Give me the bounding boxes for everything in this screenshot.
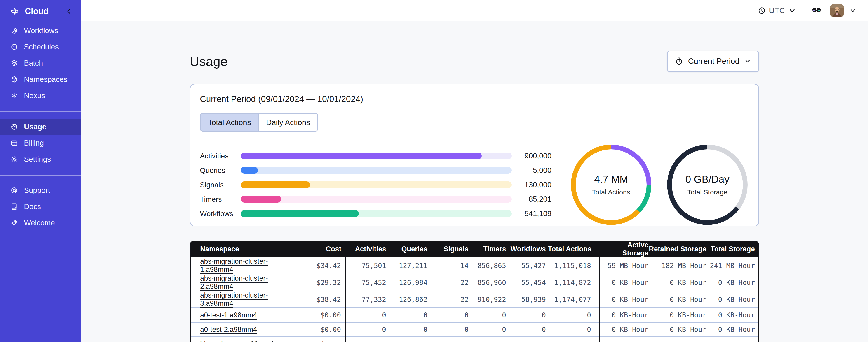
settings-gear-icon — [10, 156, 18, 163]
page-header: Usage Current Period — [190, 50, 759, 72]
namespace-link[interactable]: abs-migration-cluster-3.a98mm4 — [200, 291, 268, 307]
table-cell: 1 — [506, 337, 546, 342]
table-cell: 77,332 — [345, 291, 386, 308]
table-cell: 0 — [345, 308, 386, 322]
tab-daily-actions[interactable]: Daily Actions — [258, 114, 317, 131]
batch-layers-icon — [10, 59, 18, 67]
table-cell: 75,452 — [345, 274, 386, 291]
table-cell: $34.42 — [290, 258, 345, 274]
timezone-selector[interactable]: UTC — [758, 6, 796, 15]
period-selector-button[interactable]: Current Period — [667, 50, 759, 72]
sidebar-item-billing[interactable]: Billing — [0, 135, 81, 151]
bar-row-queries: Queries 5,000 — [200, 163, 552, 177]
column-header: Timers — [469, 241, 506, 258]
table-cell: 0 KB-Hour — [648, 308, 707, 322]
bar-value: 5,000 — [512, 166, 552, 175]
sidebar-nav-account: Usage Billing Settings — [0, 112, 81, 167]
namespace-link[interactable]: a0-test-2.a98mm4 — [200, 326, 257, 334]
timezone-chevron-down-icon — [788, 6, 796, 15]
table-cell: 58,939 — [506, 291, 546, 308]
namespaces-cube-icon — [10, 76, 18, 83]
namespace-link[interactable]: abs-migration-cluster-2.a98mm4 — [200, 274, 268, 290]
sidebar-item-workflows[interactable]: Workflows — [0, 23, 81, 39]
table-cell: 0 — [428, 337, 469, 342]
reader-glasses-icon[interactable] — [811, 5, 822, 16]
bar-value: 130,000 — [512, 180, 552, 189]
sidebar-item-label: Usage — [24, 123, 46, 131]
table-cell: $38.42 — [290, 291, 345, 308]
namespace-cell: a0-test-1.a98mm4 — [191, 308, 290, 322]
bar-label: Timers — [200, 195, 241, 204]
sidebar-item-label: Docs — [24, 202, 41, 211]
bar-label: Workflows — [200, 210, 241, 218]
donut-charts: 4.7 MM Total Actions 0 GB/Day Total Stor… — [571, 145, 748, 225]
table-cell: 910,922 — [469, 291, 506, 308]
current-period-card: Current Period (09/01/2024 — 10/01/2024)… — [190, 84, 759, 227]
sidebar-item-welcome[interactable]: Welcome — [0, 215, 81, 231]
sidebar-item-usage[interactable]: Usage — [0, 119, 81, 135]
donut-label: Total Actions — [592, 189, 630, 196]
table-cell: 0 — [506, 322, 546, 337]
bar-label: Activities — [200, 152, 241, 160]
support-lifebuoy-icon — [10, 186, 18, 194]
table-cell: 0 — [546, 322, 600, 337]
sidebar-item-namespaces[interactable]: Namespaces — [0, 71, 81, 88]
table-cell: 856,960 — [469, 274, 506, 291]
table-cell: 0 KB-Hour — [707, 337, 759, 342]
table-cell: 0 — [428, 308, 469, 322]
total-actions-donut: 4.7 MM Total Actions — [571, 145, 651, 225]
column-header: Total Actions — [546, 241, 600, 258]
sidebar-item-settings[interactable]: Settings — [0, 151, 81, 167]
clock-icon — [758, 6, 766, 15]
bar-value: 541,109 — [512, 209, 552, 218]
table-row: abs-migration-cluster-1.a98mm4$34.4275,5… — [191, 258, 759, 274]
bar-track — [241, 181, 512, 188]
bar-track — [241, 196, 512, 203]
table-cell: 0 KB-Hour — [600, 274, 648, 291]
tab-total-actions[interactable]: Total Actions — [200, 114, 258, 131]
table-cell: $29.32 — [290, 274, 345, 291]
sidebar-item-label: Settings — [24, 155, 51, 164]
sidebar-item-label: Batch — [24, 59, 43, 67]
page-title: Usage — [190, 54, 228, 69]
table-cell: 1,174,077 — [546, 291, 600, 308]
bar-fill — [241, 152, 482, 159]
table-cell: 0 KB-Hour — [648, 291, 707, 308]
table-row: bk-worker-test.a98mm4$0.000000110 KB-Hou… — [191, 337, 759, 342]
sidebar-item-label: Billing — [24, 139, 44, 147]
table-cell: 126,862 — [386, 291, 428, 308]
bar-label: Queries — [200, 166, 241, 175]
sidebar-item-support[interactable]: Support — [0, 182, 81, 199]
bar-fill — [241, 210, 359, 217]
sidebar-collapse-chevron-left-icon[interactable] — [65, 8, 72, 15]
sidebar-item-label: Workflows — [24, 26, 58, 35]
user-avatar[interactable] — [831, 4, 844, 17]
sidebar-item-nexus[interactable]: Nexus — [0, 88, 81, 104]
account-menu-chevron-down-icon[interactable] — [849, 7, 856, 14]
table-cell: $0.00 — [290, 337, 345, 342]
table-cell: $0.00 — [290, 308, 345, 322]
sidebar-item-schedules[interactable]: Schedules — [0, 39, 81, 55]
namespace-usage-table: NamespaceCostActivitiesQueriesSignalsTim… — [190, 241, 759, 342]
column-header: Namespace — [191, 241, 290, 258]
sidebar-item-docs[interactable]: Docs — [0, 199, 81, 215]
column-header: Retained Storage — [648, 241, 707, 258]
namespace-link[interactable]: abs-migration-cluster-1.a98mm4 — [200, 258, 268, 273]
table-cell: 0 KB-Hour — [600, 308, 648, 322]
table-cell: 55,454 — [506, 274, 546, 291]
table-cell: 75,501 — [345, 258, 386, 274]
sidebar-item-label: Schedules — [24, 43, 59, 51]
namespace-link[interactable]: a0-test-1.a98mm4 — [200, 311, 257, 319]
workflows-icon — [10, 27, 18, 35]
table-row: a0-test-1.a98mm4$0.000000000 KB-Hour0 KB… — [191, 308, 759, 322]
bar-fill — [241, 181, 310, 188]
sidebar-item-batch[interactable]: Batch — [0, 55, 81, 71]
column-header: Signals — [428, 241, 469, 258]
actions-bar-chart: Activities 900,000 Queries 5,000 Signals — [200, 149, 552, 221]
table-cell: 22 — [428, 274, 469, 291]
table-cell: 0 — [345, 337, 386, 342]
table-cell: 55,427 — [506, 258, 546, 274]
table-cell: 0 KB-Hour — [707, 291, 759, 308]
namespace-link[interactable]: bk-worker-test.a98mm4 — [200, 340, 274, 342]
table-cell: 0 — [506, 308, 546, 322]
